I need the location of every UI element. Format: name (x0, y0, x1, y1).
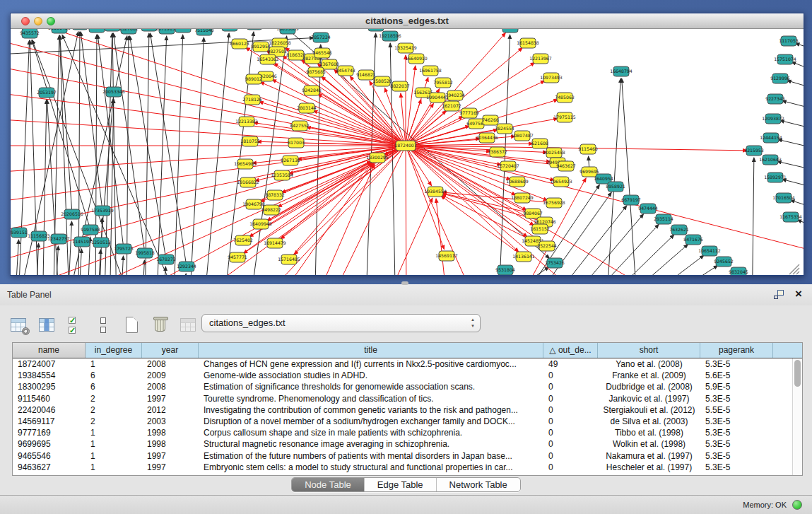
table-row[interactable]: 1872400712008Changes of HCN gene express… (13, 358, 792, 370)
network-node[interactable]: 1621072 (442, 101, 461, 111)
column-header-short[interactable]: short (598, 343, 700, 358)
table-scrollbar[interactable] (792, 358, 802, 475)
network-node[interactable]: 20053346 (102, 87, 125, 97)
network-node[interactable]: 15892971 (764, 173, 787, 182)
network-node[interactable]: 20691406 (48, 29, 71, 33)
network-node[interactable]: 17353919 (91, 206, 114, 216)
network-node[interactable]: 7485063 (555, 93, 575, 103)
network-node[interactable]: 16210643 (759, 155, 782, 165)
close-panel-icon[interactable]: × (795, 287, 802, 301)
network-node[interactable]: 8454743 (336, 66, 355, 76)
network-node[interactable]: 1117053 (779, 36, 799, 46)
network-node[interactable]: 19218596 (379, 31, 401, 41)
table-row[interactable]: 977716911998Corpus callosum shape and si… (13, 427, 792, 438)
column-header-pagerank[interactable]: pagerank (700, 343, 773, 358)
stacked-boxes-icon[interactable] (95, 316, 113, 334)
network-node[interactable]: 9129996 (770, 74, 790, 83)
table-row[interactable]: 1456911722003Disruption of a novel membe… (13, 416, 792, 427)
network-node[interactable]: 7632621 (669, 225, 689, 235)
network-node[interactable]: 1795723 (114, 244, 134, 254)
network-node[interactable]: 9498222 (261, 205, 281, 215)
network-node[interactable]: 20206516 (61, 209, 83, 219)
zoom-window-button[interactable] (47, 17, 55, 25)
network-node[interactable]: 939151 (11, 228, 28, 238)
new-column-icon[interactable] (123, 316, 141, 334)
network-node[interactable]: 1615152 (530, 224, 550, 234)
network-node[interactable]: 8471676 (683, 235, 703, 245)
network-node[interactable]: 1995818 (135, 248, 155, 258)
network-node[interactable]: 9227343 (765, 94, 785, 104)
table-row[interactable]: 911546021997Tourette syndrome. Phenomeno… (13, 393, 792, 404)
column-header-out_degree[interactable]: △ out_de... (543, 343, 598, 358)
network-node[interactable]: 16648794 (610, 66, 632, 76)
network-node[interactable]: 9457771 (228, 252, 247, 262)
network-node[interactable]: 7857224 (311, 33, 331, 42)
network-node[interactable]: 7515040 (194, 29, 214, 35)
network-node[interactable]: 8427552 (290, 121, 310, 131)
column-header-title[interactable]: title (199, 343, 543, 358)
network-node[interactable]: 2803144 (297, 103, 317, 113)
network-node[interactable]: 9435572 (20, 29, 40, 38)
network-node[interactable]: 16914479 (264, 238, 286, 248)
network-node[interactable]: 1327602 (119, 29, 139, 34)
network-node[interactable]: 9245652 (714, 257, 734, 267)
network-node[interactable]: 19384554 (424, 187, 447, 197)
network-node[interactable]: 817003 (288, 138, 305, 148)
table-row[interactable]: 1830029562008Estimation of significance … (13, 381, 792, 392)
network-node[interactable]: 17016504 (772, 193, 795, 203)
network-node[interactable]: 18311981 (218, 29, 241, 31)
network-node[interactable]: 18300295 (366, 153, 389, 163)
tab-node-table[interactable]: Node Table (292, 478, 365, 491)
network-node[interactable]: 9777169 (459, 108, 479, 118)
network-node[interactable]: 12213967 (529, 54, 552, 64)
network-node[interactable]: 18724007 (394, 141, 417, 151)
column-header-name[interactable]: name (13, 343, 86, 358)
network-node[interactable]: 10688609 (506, 177, 529, 187)
float-panel-icon[interactable] (774, 290, 784, 299)
network-window[interactable]: citations_edges.txt 18724007183002951938… (10, 13, 804, 276)
table-row[interactable]: 969969511998Structural magnetic resonanc… (13, 438, 792, 450)
network-node[interactable]: 9115460 (578, 144, 598, 154)
network-node[interactable]: 10654112 (698, 246, 721, 256)
network-node[interactable]: 16756928 (543, 198, 565, 208)
network-node[interactable]: 7955812 (433, 78, 453, 88)
network-node[interactable]: 1292344 (177, 262, 196, 271)
network-node[interactable]: 3824554 (495, 124, 514, 134)
network-node[interactable]: 20863914 (243, 29, 266, 30)
close-window-button[interactable] (21, 17, 30, 25)
network-node[interactable]: 18807249 (511, 193, 534, 203)
network-node[interactable]: 12342737 (47, 234, 70, 244)
network-node[interactable]: 1810755 (240, 136, 260, 146)
network-node[interactable]: 19654923 (550, 177, 572, 187)
network-node[interactable]: 20364436 (476, 133, 498, 143)
network-node[interactable]: 19166822 (237, 177, 259, 187)
network-node[interactable]: 8267130 (281, 156, 300, 165)
network-node[interactable]: 9197588 (81, 225, 100, 235)
network-node[interactable]: 14136141 (512, 252, 535, 262)
network-node[interactable]: 1145193 (72, 237, 92, 247)
network-node[interactable]: 12093872 (762, 114, 784, 124)
network-node[interactable]: 16961758 (419, 66, 442, 76)
network-node[interactable]: 15720407 (497, 161, 519, 171)
network-canvas[interactable]: 1872400718300295193845548660123891295418… (11, 29, 804, 275)
table-row[interactable]: 946362711997Embryonic stem cells: a mode… (13, 462, 792, 473)
memory-status-icon[interactable] (792, 500, 802, 510)
network-node[interactable]: 9474444 (638, 204, 658, 214)
network-node[interactable]: 746266 (482, 115, 499, 125)
network-node[interactable]: 2522544 (537, 241, 557, 251)
network-node[interactable]: 9531804 (495, 265, 515, 275)
network-node[interactable]: 1588520 (372, 76, 392, 86)
network-node[interactable]: 1250513 (91, 238, 111, 247)
select-rows-icon[interactable]: ✓✓ (66, 316, 85, 334)
network-node[interactable]: 9875685 (306, 67, 326, 77)
network-node[interactable]: 8878332 (265, 190, 285, 200)
network-node[interactable]: 9832045 (729, 267, 748, 275)
network-node[interactable]: 13325419 (394, 43, 417, 53)
network-node[interactable]: 621608 (531, 139, 548, 148)
network-node[interactable]: 11156823 (28, 231, 50, 241)
delete-column-icon[interactable] (151, 316, 170, 334)
network-node[interactable]: 2718126 (242, 95, 262, 105)
network-node[interactable]: 15716485 (278, 255, 300, 264)
table-row[interactable]: 1938455462009Genome-wide association stu… (13, 370, 792, 381)
network-node[interactable]: 16543362 (257, 54, 279, 64)
